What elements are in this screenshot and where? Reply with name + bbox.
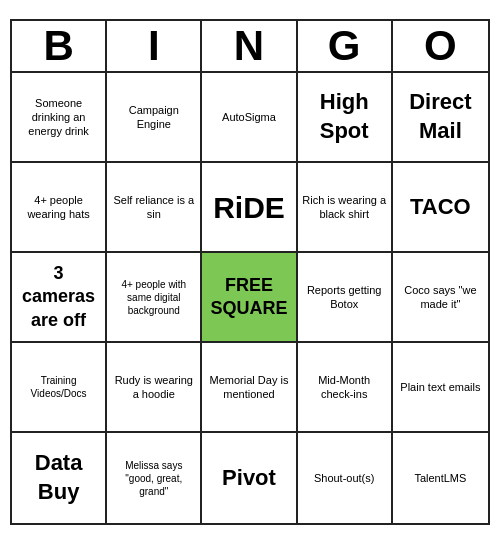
bingo-cell: High Spot xyxy=(298,73,393,163)
bingo-cell: Rich is wearing a black shirt xyxy=(298,163,393,253)
bingo-cell: TACO xyxy=(393,163,488,253)
bingo-cell: Mid-Month check-ins xyxy=(298,343,393,433)
bingo-cell: 4+ people wearing hats xyxy=(12,163,107,253)
bingo-cell: Data Buy xyxy=(12,433,107,523)
bingo-cell: Coco says "we made it" xyxy=(393,253,488,343)
bingo-header: BINGO xyxy=(12,21,488,73)
bingo-cell: Plain text emails xyxy=(393,343,488,433)
bingo-cell: Memorial Day is mentioned xyxy=(202,343,297,433)
header-letter: G xyxy=(298,21,393,71)
bingo-grid: Someone drinking an energy drinkCampaign… xyxy=(12,73,488,523)
bingo-card: BINGO Someone drinking an energy drinkCa… xyxy=(10,19,490,525)
bingo-cell: Shout-out(s) xyxy=(298,433,393,523)
bingo-cell: 3 cameras are off xyxy=(12,253,107,343)
header-letter: O xyxy=(393,21,488,71)
bingo-cell: Rudy is wearing a hoodie xyxy=(107,343,202,433)
bingo-cell: 4+ people with same digital background xyxy=(107,253,202,343)
bingo-cell: Reports getting Botox xyxy=(298,253,393,343)
bingo-cell: Self reliance is a sin xyxy=(107,163,202,253)
bingo-cell: Training Videos/Docs xyxy=(12,343,107,433)
bingo-cell: RiDE xyxy=(202,163,297,253)
header-letter: B xyxy=(12,21,107,71)
header-letter: N xyxy=(202,21,297,71)
bingo-cell: AutoSigma xyxy=(202,73,297,163)
bingo-cell: FREE SQUARE xyxy=(202,253,297,343)
bingo-cell: Melissa says "good, great, grand" xyxy=(107,433,202,523)
bingo-cell: Someone drinking an energy drink xyxy=(12,73,107,163)
header-letter: I xyxy=(107,21,202,71)
bingo-cell: Direct Mail xyxy=(393,73,488,163)
bingo-cell: Pivot xyxy=(202,433,297,523)
bingo-cell: Campaign Engine xyxy=(107,73,202,163)
bingo-cell: TalentLMS xyxy=(393,433,488,523)
